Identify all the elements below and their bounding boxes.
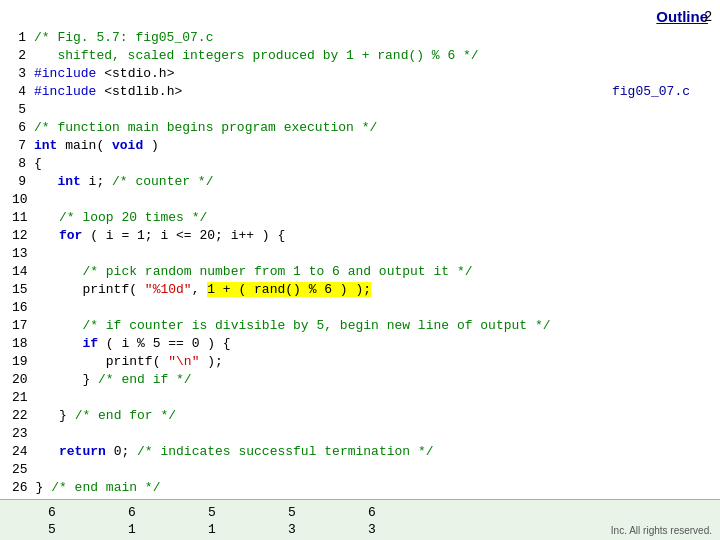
output-r2c5: 3 (360, 521, 440, 538)
line-num-8: 8 (12, 155, 34, 173)
code-content-17: /* if counter is divisible by 5, begin n… (36, 317, 551, 335)
code-content-18: if ( i % 5 == 0 ) { (36, 335, 231, 353)
code-line-11: 11 /* loop 20 times */ (12, 209, 708, 227)
code-content-9: int i; /* counter */ (34, 173, 213, 191)
output-r2c3: 1 (200, 521, 280, 538)
output-r1c1: 6 (40, 504, 120, 521)
line-num-22: 22 (12, 407, 36, 425)
code-line-1: 1 /* Fig. 5.7: fig05_07.c (12, 29, 708, 47)
code-line-7: 7 int main( void ) (12, 137, 708, 155)
code-content-26: } /* end main */ (36, 479, 161, 497)
code-line-17: 17 /* if counter is divisible by 5, begi… (12, 317, 708, 335)
code-content-24: return 0; /* indicates successful termin… (36, 443, 434, 461)
code-content-2: shifted, scaled integers produced by 1 +… (34, 47, 479, 65)
code-content-6: /* function main begins program executio… (34, 119, 377, 137)
line-num-4: 4 (12, 83, 34, 101)
code-line-18: 18 if ( i % 5 == 0 ) { (12, 335, 708, 353)
outline-link[interactable]: Outline (656, 8, 708, 25)
code-line-14: 14 /* pick random number from 1 to 6 and… (12, 263, 708, 281)
line-num-6: 6 (12, 119, 34, 137)
code-line-8: 8 { (12, 155, 708, 173)
code-line-24: 24 return 0; /* indicates successful ter… (12, 443, 708, 461)
line-num-23: 23 (12, 425, 36, 443)
output-r2c4: 3 (280, 521, 360, 538)
code-line-15: 15 printf( "%10d", 1 + ( rand() % 6 ) ); (12, 281, 708, 299)
code-content-21 (36, 389, 44, 407)
code-line-19: 19 printf( "\n" ); (12, 353, 708, 371)
code-line-12: 12 for ( i = 1; i <= 20; i++ ) { (12, 227, 708, 245)
code-line-23: 23 (12, 425, 708, 443)
line-num-7: 7 (12, 137, 34, 155)
line-num-16: 16 (12, 299, 36, 317)
header-area: Outline (0, 0, 720, 29)
output-r1c5: 6 (360, 504, 440, 521)
code-line-22: 22 } /* end for */ (12, 407, 708, 425)
output-r1c3: 5 (200, 504, 280, 521)
output-grid: 6 6 5 5 6 5 1 1 3 3 6 6 2 4 2 6 2 3 4 1 (40, 504, 680, 540)
code-line-2: 2 shifted, scaled integers produced by 1… (12, 47, 708, 65)
line-num-9: 9 (12, 173, 34, 191)
code-content-23 (36, 425, 44, 443)
line-num-11: 11 (12, 209, 36, 227)
code-content-3: #include <stdio.h> (34, 65, 174, 83)
line-num-21: 21 (12, 389, 36, 407)
line-num-25: 25 (12, 461, 36, 479)
line-num-19: 19 (12, 353, 36, 371)
output-r1c2: 6 (120, 504, 200, 521)
code-line-21: 21 (12, 389, 708, 407)
code-content-20: } /* end if */ (36, 371, 192, 389)
code-content-1: /* Fig. 5.7: fig05_07.c (34, 29, 213, 47)
line-num-3: 3 (12, 65, 34, 83)
code-line-3: 3 #include <stdio.h> (12, 65, 708, 83)
code-content-13 (36, 245, 44, 263)
code-line-26: 26 } /* end main */ (12, 479, 708, 497)
filename-label: fig05_07.c (612, 84, 690, 99)
code-content-16 (36, 299, 44, 317)
line-num-12: 12 (12, 227, 36, 245)
code-line-6: 6 /* function main begins program execut… (12, 119, 708, 137)
line-num-20: 20 (12, 371, 36, 389)
code-content-19: printf( "\n" ); (36, 353, 223, 371)
line-num-2: 2 (12, 47, 34, 65)
code-content-11: /* loop 20 times */ (36, 209, 208, 227)
line-num-17: 17 (12, 317, 36, 335)
code-content-4: #include <stdlib.h> (34, 83, 182, 101)
code-area: 1 /* Fig. 5.7: fig05_07.c 2 shifted, sca… (0, 29, 720, 497)
line-num-24: 24 (12, 443, 36, 461)
code-line-20: 20 } /* end if */ (12, 371, 708, 389)
code-line-5: 5 (12, 101, 708, 119)
output-r2c1: 5 (40, 521, 120, 538)
code-line-16: 16 (12, 299, 708, 317)
code-content-8: { (34, 155, 42, 173)
code-content-10 (36, 191, 44, 209)
code-content-15: printf( "%10d", 1 + ( rand() % 6 ) ); (36, 281, 371, 299)
code-content-7: int main( void ) (34, 137, 159, 155)
main-container: 2 Outline fig05_07.c 1 /* Fig. 5.7: fig0… (0, 0, 720, 540)
code-line-25: 25 (12, 461, 708, 479)
code-content-5 (34, 101, 42, 119)
line-num-26: 26 (12, 479, 36, 497)
code-content-22: } /* end for */ (36, 407, 176, 425)
line-num-5: 5 (12, 101, 34, 119)
line-num-14: 14 (12, 263, 36, 281)
code-line-13: 13 (12, 245, 708, 263)
code-line-9: 9 int i; /* counter */ (12, 173, 708, 191)
line-num-1: 1 (12, 29, 34, 47)
line-num-15: 15 (12, 281, 36, 299)
code-content-25 (36, 461, 44, 479)
code-content-12: for ( i = 1; i <= 20; i++ ) { (36, 227, 286, 245)
line-num-13: 13 (12, 245, 36, 263)
line-num-18: 18 (12, 335, 36, 353)
code-line-10: 10 (12, 191, 708, 209)
footer-text: Inc. All rights reserved. (611, 525, 712, 536)
line-num-10: 10 (12, 191, 36, 209)
output-r2c2: 1 (120, 521, 200, 538)
page-number: 2 (704, 8, 712, 24)
code-content-14: /* pick random number from 1 to 6 and ou… (36, 263, 473, 281)
code-line-4: 4 #include <stdlib.h> (12, 83, 708, 101)
output-r1c4: 5 (280, 504, 360, 521)
